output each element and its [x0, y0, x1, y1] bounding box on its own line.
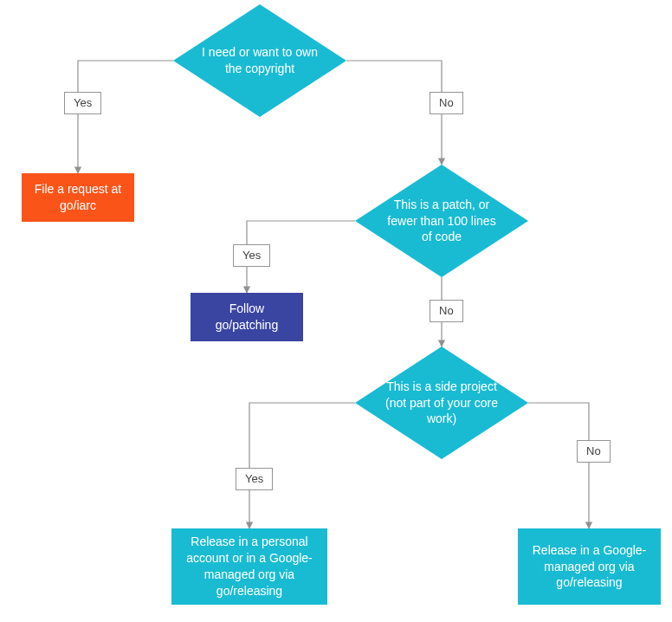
result-managed-release-text: Release in a Google-managed org via go/r… [525, 542, 654, 592]
result-patching-text: Follow go/patching [197, 301, 296, 334]
edge-label-d2-yes: Yes [233, 244, 270, 267]
edge-d3-yes [249, 403, 355, 528]
result-patching: Follow go/patching [191, 293, 303, 341]
decision-side-project-text: This is a side project (not part of your… [381, 379, 502, 428]
edge-d1-no [346, 61, 442, 165]
result-file-iarc: File a request at go/iarc [22, 173, 134, 222]
result-personal-release: Release in a personal account or in a Go… [171, 528, 327, 605]
result-file-iarc-text: File a request at go/iarc [29, 181, 127, 214]
edge-label-d3-yes: Yes [236, 468, 273, 490]
flowchart: I need or want to own the copyright Yes … [0, 0, 672, 622]
decision-patch: This is a patch, or fewer than 100 lines… [355, 165, 528, 277]
edge-label-d3-no: No [577, 440, 611, 463]
edge-label-d2-no: No [430, 300, 463, 322]
edge-label-d1-no: No [430, 92, 463, 114]
decision-copyright: I need or want to own the copyright [173, 4, 346, 117]
decision-side-project: This is a side project (not part of your… [355, 347, 528, 459]
decision-patch-text: This is a patch, or fewer than 100 lines… [381, 197, 502, 246]
edge-d1-yes [78, 61, 173, 173]
edge-d3-no [528, 403, 589, 528]
result-personal-release-text: Release in a personal account or in a Go… [178, 534, 320, 599]
edge-label-d1-yes: Yes [64, 92, 101, 114]
result-managed-release: Release in a Google-managed org via go/r… [518, 528, 661, 605]
decision-copyright-text: I need or want to own the copyright [199, 44, 320, 77]
